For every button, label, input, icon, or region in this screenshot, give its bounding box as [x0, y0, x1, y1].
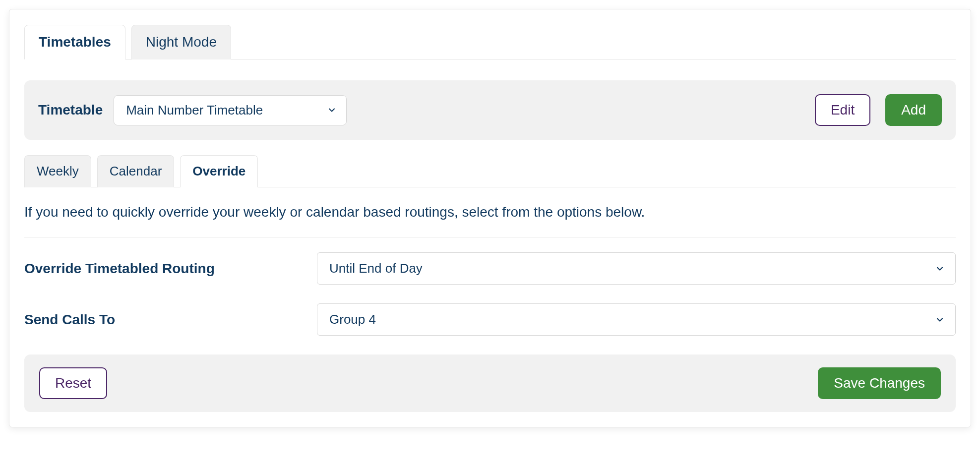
timetable-selector-bar: Timetable Main Number Timetable Edit Add: [24, 80, 956, 140]
override-form: Override Timetabled Routing Until End of…: [24, 252, 956, 336]
add-button[interactable]: Add: [885, 94, 942, 126]
override-routing-select-wrap: Until End of Day: [317, 252, 956, 285]
top-tabs: Timetables Night Mode: [24, 24, 956, 59]
tab-night-mode[interactable]: Night Mode: [131, 25, 231, 59]
send-calls-select-wrap: Group 4: [317, 303, 956, 336]
sub-tab-weekly[interactable]: Weekly: [24, 155, 91, 187]
reset-button[interactable]: Reset: [39, 367, 107, 399]
sub-tab-calendar[interactable]: Calendar: [97, 155, 175, 187]
sub-tabs: Weekly Calendar Override: [24, 155, 956, 187]
footer-bar: Reset Save Changes: [24, 354, 956, 412]
timetable-select-wrap: Main Number Timetable: [114, 95, 347, 125]
send-calls-select[interactable]: Group 4: [317, 303, 956, 336]
timetable-select[interactable]: Main Number Timetable: [114, 95, 347, 125]
form-row-override: Override Timetabled Routing Until End of…: [24, 252, 956, 285]
save-changes-button[interactable]: Save Changes: [818, 367, 941, 399]
settings-card: Timetables Night Mode Timetable Main Num…: [9, 9, 971, 427]
edit-button[interactable]: Edit: [815, 94, 870, 126]
send-calls-label: Send Calls To: [24, 312, 302, 328]
form-row-send-calls: Send Calls To Group 4: [24, 303, 956, 336]
sub-tab-override[interactable]: Override: [180, 155, 258, 187]
tab-timetables[interactable]: Timetables: [24, 25, 125, 59]
override-description: If you need to quickly override your wee…: [24, 204, 956, 237]
timetable-label: Timetable: [38, 102, 103, 118]
override-routing-select[interactable]: Until End of Day: [317, 252, 956, 285]
override-routing-label: Override Timetabled Routing: [24, 261, 302, 277]
